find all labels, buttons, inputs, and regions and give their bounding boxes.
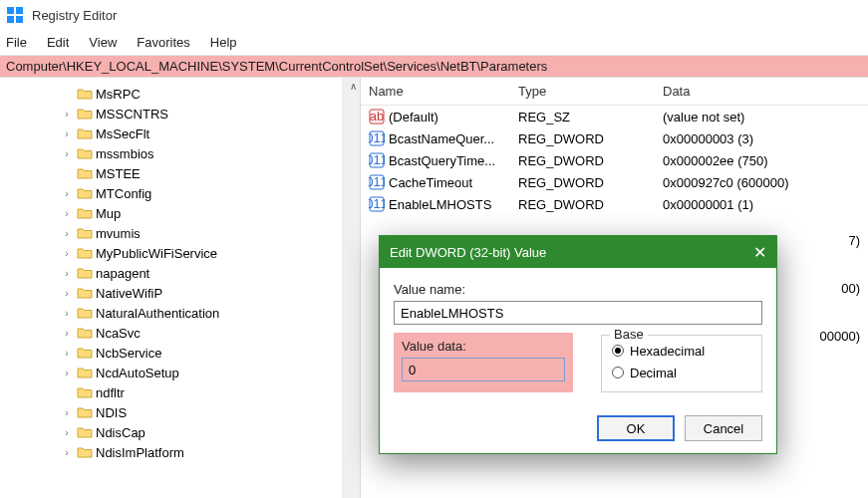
list-row[interactable]: 011EnableLMHOSTSREG_DWORD0x00000001 (1) xyxy=(361,193,868,215)
chevron-right-icon[interactable]: › xyxy=(60,368,74,378)
title-bar: Registry Editor xyxy=(0,0,868,30)
chevron-right-icon[interactable]: › xyxy=(60,148,74,159)
partial-data-a: 7) xyxy=(848,233,860,248)
regedit-icon xyxy=(6,6,24,24)
dialog-titlebar[interactable]: Edit DWORD (32-bit) Value ✕ xyxy=(380,236,776,268)
menu-view[interactable]: View xyxy=(89,35,117,50)
tree-item[interactable]: ›NcdAutoSetup xyxy=(60,363,360,382)
folder-icon xyxy=(76,266,94,280)
tree-item[interactable]: ›MsSecFlt xyxy=(60,124,360,143)
tree-item[interactable]: ›MTConfig xyxy=(60,183,360,203)
tree-item[interactable]: ›NaturalAuthentication xyxy=(60,303,360,323)
value-type: REG_SZ xyxy=(518,110,663,124)
chevron-right-icon[interactable]: › xyxy=(60,288,74,299)
folder-icon xyxy=(76,346,94,360)
menu-file[interactable]: File xyxy=(6,35,27,50)
chevron-right-icon[interactable]: › xyxy=(60,208,74,219)
menu-help[interactable]: Help xyxy=(210,35,237,50)
tree-item[interactable]: ›mssmbios xyxy=(60,143,360,163)
tree-item[interactable]: ›NdisCap xyxy=(60,422,360,442)
chevron-right-icon[interactable]: › xyxy=(60,447,74,458)
chevron-right-icon[interactable]: › xyxy=(60,248,74,259)
tree-item[interactable]: ›MSSCNTRS xyxy=(60,104,360,124)
folder-icon xyxy=(76,405,94,419)
value-data: 0x00000003 (3) xyxy=(663,131,868,146)
col-type[interactable]: Type xyxy=(518,84,663,99)
value-data: 0x000002ee (750) xyxy=(663,153,868,168)
chevron-right-icon[interactable]: › xyxy=(60,328,74,339)
chevron-right-icon[interactable]: › xyxy=(60,407,74,418)
tree-item[interactable]: ›NativeWifiP xyxy=(60,283,360,303)
edit-dword-dialog: Edit DWORD (32-bit) Value ✕ Value name: … xyxy=(379,235,777,454)
list-row[interactable]: ab(Default)REG_SZ(value not set) xyxy=(361,106,868,127)
window-title: Registry Editor xyxy=(32,8,117,23)
tree-item-label: MTConfig xyxy=(96,186,151,201)
tree-item[interactable]: MSTEE xyxy=(60,163,360,183)
tree-item[interactable]: ›mvumis xyxy=(60,223,360,243)
chevron-right-icon[interactable]: › xyxy=(60,268,74,279)
chevron-right-icon[interactable]: › xyxy=(60,109,74,120)
menu-edit[interactable]: Edit xyxy=(47,35,69,50)
value-data-label: Value data: xyxy=(402,339,565,354)
col-data[interactable]: Data xyxy=(663,84,868,99)
radio-dot-dec-icon xyxy=(612,367,624,378)
tree-scrollbar[interactable]: ∧ xyxy=(342,78,360,498)
tree-item[interactable]: ›NcaSvc xyxy=(60,323,360,343)
menu-bar: File Edit View Favorites Help xyxy=(0,30,868,56)
cancel-button[interactable]: Cancel xyxy=(685,415,762,441)
tree-item[interactable]: ndfltr xyxy=(60,382,360,402)
tree-view[interactable]: ∧ MsRPC›MSSCNTRS›MsSecFlt›mssmbiosMSTEE›… xyxy=(0,78,361,498)
value-name-input[interactable] xyxy=(394,301,762,325)
tree-item-label: MSSCNTRS xyxy=(96,107,168,122)
folder-icon xyxy=(76,107,94,121)
base-group: Base Hexadecimal Decimal xyxy=(601,335,762,392)
svg-rect-2 xyxy=(7,16,14,23)
folder-icon xyxy=(76,226,94,240)
svg-text:011: 011 xyxy=(369,196,385,211)
chevron-right-icon[interactable]: › xyxy=(60,308,74,319)
svg-text:ab: ab xyxy=(370,109,384,124)
chevron-right-icon[interactable]: › xyxy=(60,128,74,139)
radio-dec[interactable]: Decimal xyxy=(612,362,751,383)
ok-button[interactable]: OK xyxy=(597,415,675,441)
scroll-up-icon[interactable]: ∧ xyxy=(350,81,357,92)
tree-item-label: mvumis xyxy=(96,226,141,241)
list-row[interactable]: 011BcastQueryTime...REG_DWORD0x000002ee … xyxy=(361,149,868,171)
chevron-right-icon[interactable]: › xyxy=(60,348,74,359)
tree-item[interactable]: ›MyPublicWiFiService xyxy=(60,243,360,263)
value-data-input[interactable] xyxy=(402,358,565,381)
chevron-right-icon[interactable]: › xyxy=(60,188,74,199)
tree-item[interactable]: ›Mup xyxy=(60,203,360,223)
svg-rect-3 xyxy=(16,16,23,23)
folder-icon xyxy=(76,87,94,101)
folder-icon xyxy=(76,326,94,340)
col-name[interactable]: Name xyxy=(369,84,518,99)
address-bar[interactable]: Computer\HKEY_LOCAL_MACHINE\SYSTEM\Curre… xyxy=(0,56,868,78)
chevron-right-icon[interactable]: › xyxy=(60,228,74,239)
tree-item[interactable]: ›NdisImPlatform xyxy=(60,442,360,462)
tree-item-label: NcbService xyxy=(96,346,161,361)
close-icon[interactable]: ✕ xyxy=(753,243,766,262)
folder-icon xyxy=(76,186,94,200)
tree-item[interactable]: ›napagent xyxy=(60,263,360,283)
tree-item[interactable]: ›NDIS xyxy=(60,402,360,422)
menu-favorites[interactable]: Favorites xyxy=(137,35,189,50)
list-row[interactable]: 011BcastNameQuer...REG_DWORD0x00000003 (… xyxy=(361,127,868,149)
value-dword-icon: 011 xyxy=(369,130,385,146)
tree-item[interactable]: ›NcbService xyxy=(60,343,360,363)
chevron-right-icon[interactable]: › xyxy=(60,427,74,438)
value-data: 0x00000001 (1) xyxy=(663,197,868,212)
tree-item[interactable]: MsRPC xyxy=(60,84,360,104)
folder-icon xyxy=(76,286,94,300)
tree-item-label: NcaSvc xyxy=(96,326,141,341)
tree-item-label: ndfltr xyxy=(96,385,125,400)
tree-item-label: MSTEE xyxy=(96,166,141,181)
dialog-title: Edit DWORD (32-bit) Value xyxy=(390,245,546,260)
value-dword-icon: 011 xyxy=(369,174,385,190)
value-name: BcastNameQuer... xyxy=(389,131,494,146)
value-type: REG_DWORD xyxy=(518,131,663,146)
partial-data-b: 00) xyxy=(841,281,860,296)
folder-icon xyxy=(76,425,94,439)
list-row[interactable]: 011CacheTimeoutREG_DWORD0x000927c0 (6000… xyxy=(361,171,868,193)
radio-hex[interactable]: Hexadecimal xyxy=(612,340,751,362)
